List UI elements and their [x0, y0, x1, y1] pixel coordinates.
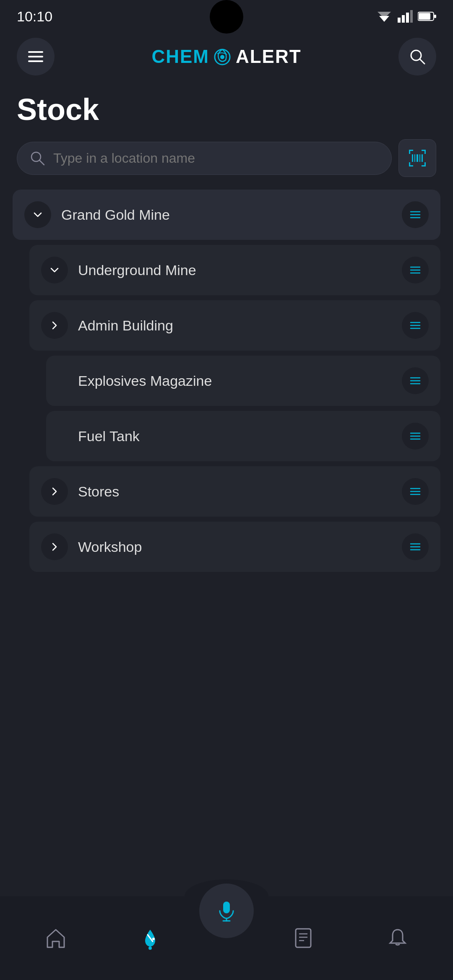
nav-home[interactable] — [8, 923, 103, 953]
search-input-icon — [30, 151, 45, 166]
tree-label-explosives-magazine: Explosives Magazine — [78, 373, 402, 389]
logo-chem: CHEM — [151, 46, 209, 67]
list-btn-explosives-magazine[interactable] — [402, 367, 429, 394]
logo-icon — [211, 45, 234, 68]
search-icon — [409, 49, 425, 65]
expand-btn-stores[interactable] — [41, 478, 68, 505]
svg-rect-7 — [419, 13, 430, 20]
svg-rect-28 — [417, 154, 418, 162]
svg-rect-21 — [424, 150, 426, 154]
list-btn-underground-mine[interactable] — [402, 257, 429, 283]
expand-btn-workshop[interactable] — [41, 533, 68, 560]
svg-rect-25 — [424, 162, 426, 166]
svg-point-13 — [220, 55, 224, 59]
svg-rect-5 — [410, 10, 413, 23]
signal-icon — [398, 10, 413, 23]
camera-notch — [210, 0, 243, 34]
barcode-button[interactable] — [398, 139, 436, 177]
status-icons — [376, 10, 436, 23]
menu-button[interactable] — [17, 38, 55, 75]
nav-stock[interactable] — [103, 922, 197, 954]
location-tree: Grand Gold Mine Underground Mine Admin B… — [0, 190, 453, 572]
svg-rect-9 — [28, 51, 43, 53]
svg-rect-11 — [28, 60, 43, 62]
tree-item-workshop[interactable]: Workshop — [29, 522, 440, 572]
svg-marker-1 — [378, 12, 391, 18]
tree-item-grand-gold-mine[interactable]: Grand Gold Mine — [13, 190, 440, 240]
bell-icon — [387, 927, 409, 949]
nav-documents[interactable] — [256, 923, 350, 953]
svg-rect-4 — [406, 13, 409, 23]
list-btn-stores[interactable] — [402, 478, 429, 505]
svg-rect-30 — [422, 154, 423, 162]
tree-label-underground-mine: Underground Mine — [78, 262, 402, 278]
tree-item-fuel-tank[interactable]: Fuel Tank — [46, 411, 440, 461]
list-btn-fuel-tank[interactable] — [402, 423, 429, 450]
tree-item-underground-mine[interactable]: Underground Mine — [29, 245, 440, 295]
tree-label-fuel-tank: Fuel Tank — [78, 428, 402, 445]
logo-alert: ALERT — [236, 46, 302, 67]
nav-alerts[interactable] — [350, 923, 445, 953]
expand-btn-underground-mine[interactable] — [41, 257, 68, 283]
tree-item-explosives-magazine[interactable]: Explosives Magazine — [46, 356, 440, 406]
svg-rect-57 — [223, 902, 230, 913]
documents-icon — [292, 927, 314, 949]
expand-btn-grand-gold-mine[interactable] — [24, 201, 51, 228]
search-area — [0, 139, 453, 177]
svg-rect-3 — [402, 15, 405, 23]
svg-rect-8 — [434, 15, 436, 18]
home-icon — [45, 927, 67, 949]
mic-icon — [215, 899, 238, 923]
tree-item-stores[interactable]: Stores — [29, 466, 440, 517]
svg-rect-26 — [412, 154, 413, 162]
svg-line-17 — [39, 160, 44, 165]
svg-rect-53 — [296, 929, 311, 947]
list-btn-admin-building[interactable] — [402, 312, 429, 339]
barcode-icon — [408, 149, 427, 167]
logo: CHEM ALERT — [151, 45, 301, 68]
svg-rect-19 — [409, 150, 410, 154]
wifi-icon — [376, 10, 393, 23]
mic-button[interactable] — [199, 884, 254, 938]
list-btn-workshop[interactable] — [402, 533, 429, 560]
svg-point-52 — [152, 938, 155, 940]
status-time: 10:10 — [17, 8, 52, 25]
svg-rect-2 — [398, 18, 401, 23]
svg-rect-27 — [414, 154, 415, 162]
page-title: Stock — [0, 84, 453, 139]
tree-label-stores: Stores — [78, 484, 402, 500]
header: CHEM ALERT — [0, 29, 453, 84]
svg-rect-29 — [419, 154, 420, 162]
hamburger-icon — [28, 51, 43, 62]
nav-active-dot — [148, 946, 152, 950]
expand-btn-admin-building[interactable] — [41, 312, 68, 339]
tree-label-grand-gold-mine: Grand Gold Mine — [61, 207, 402, 223]
tree-item-admin-building[interactable]: Admin Building — [29, 300, 440, 351]
battery-icon — [418, 11, 436, 21]
svg-line-15 — [420, 59, 424, 64]
search-input[interactable] — [53, 151, 379, 166]
tree-label-workshop: Workshop — [78, 539, 402, 555]
svg-rect-10 — [28, 56, 43, 57]
list-btn-grand-gold-mine[interactable] — [402, 201, 429, 228]
search-button[interactable] — [398, 38, 436, 75]
search-input-container[interactable] — [17, 142, 392, 175]
tree-label-admin-building: Admin Building — [78, 317, 402, 334]
svg-rect-23 — [409, 162, 410, 166]
